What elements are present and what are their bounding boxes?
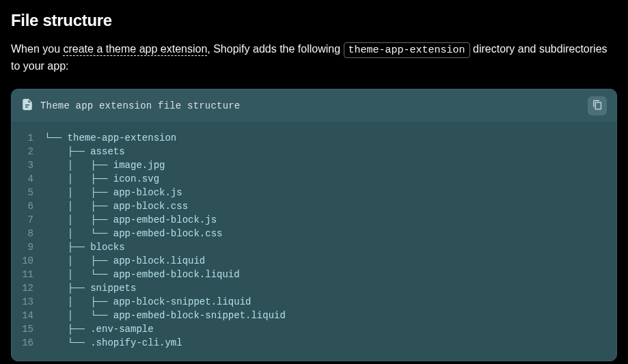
line-content: │ └── app-embed-block.css — [44, 227, 233, 240]
code-line: 10 │ ├── app-block.liquid — [12, 254, 616, 268]
line-content: │ ├── app-block-snippet.liquid — [44, 295, 262, 309]
line-number: 9 — [12, 240, 44, 254]
code-line: 9 ├── blocks — [12, 240, 616, 254]
line-number: 6 — [12, 199, 44, 213]
line-content: │ ├── icon.svg — [44, 172, 170, 186]
line-number: 3 — [12, 158, 44, 172]
page-title: File structure — [11, 11, 617, 30]
line-content: │ ├── app-block.liquid — [44, 254, 216, 268]
code-block-header-left: Theme app extension file structure — [21, 98, 588, 113]
code-line: 13 │ ├── app-block-snippet.liquid — [12, 295, 616, 309]
line-content: │ ├── app-embed-block.js — [44, 213, 228, 227]
line-number: 14 — [12, 309, 44, 322]
line-number: 10 — [12, 254, 44, 268]
line-number: 7 — [12, 213, 44, 227]
line-content: ├── blocks — [44, 240, 136, 254]
code-line: 2 ├── assets — [12, 145, 616, 158]
line-content: ├── .env-sample — [44, 322, 165, 336]
line-number: 11 — [12, 268, 44, 281]
code-block-header: Theme app extension file structure — [12, 89, 616, 123]
code-line: 1└── theme-app-extension — [12, 131, 616, 145]
intro-text-after-link: , Shopify adds the following — [207, 43, 343, 55]
code-line: 14 │ └── app-embed-block-snippet.liquid — [12, 309, 616, 322]
line-number: 5 — [12, 186, 44, 199]
line-number: 15 — [12, 322, 44, 336]
line-content: ├── snippets — [44, 281, 147, 295]
line-content: │ └── app-embed-block-snippet.liquid — [44, 309, 297, 322]
code-line: 5 │ ├── app-block.js — [12, 186, 616, 199]
inline-code-directory: theme-app-extension — [344, 42, 470, 58]
line-content: │ ├── image.jpg — [44, 158, 176, 172]
line-content: └── theme-app-extension — [44, 131, 187, 145]
code-line: 12 ├── snippets — [12, 281, 616, 295]
line-number: 8 — [12, 227, 44, 240]
line-number: 4 — [12, 172, 44, 186]
create-theme-extension-link[interactable]: create a theme app extension — [63, 43, 207, 55]
line-content: │ └── app-embed-block.liquid — [44, 268, 251, 281]
code-line: 15 ├── .env-sample — [12, 322, 616, 336]
code-line: 16 └── .shopify-cli.yml — [12, 336, 616, 350]
line-number: 13 — [12, 295, 44, 309]
code-block-card: Theme app extension file structure 1└── … — [11, 89, 617, 361]
code-line: 7 │ ├── app-embed-block.js — [12, 213, 616, 227]
code-line: 6 │ ├── app-block.css — [12, 199, 616, 213]
clipboard-icon — [592, 100, 603, 112]
line-number: 2 — [12, 145, 44, 158]
line-content: │ ├── app-block.js — [44, 186, 193, 199]
code-line: 11 │ └── app-embed-block.liquid — [12, 268, 616, 281]
line-content: └── .shopify-cli.yml — [44, 336, 193, 350]
line-number: 1 — [12, 131, 44, 145]
line-number: 12 — [12, 281, 44, 295]
code-line: 8 │ └── app-embed-block.css — [12, 227, 616, 240]
code-line: 4 │ ├── icon.svg — [12, 172, 616, 186]
line-content: │ ├── app-block.css — [44, 199, 199, 213]
file-icon — [21, 98, 33, 113]
copy-button[interactable] — [588, 96, 607, 115]
line-content: ├── assets — [44, 145, 136, 158]
line-number: 16 — [12, 336, 44, 350]
intro-paragraph: When you create a theme app extension, S… — [11, 41, 617, 75]
intro-text-before: When you — [11, 43, 63, 55]
code-block-body: 1└── theme-app-extension2 ├── assets3 │ … — [12, 123, 616, 361]
code-block-title: Theme app extension file structure — [40, 100, 240, 111]
code-line: 3 │ ├── image.jpg — [12, 158, 616, 172]
